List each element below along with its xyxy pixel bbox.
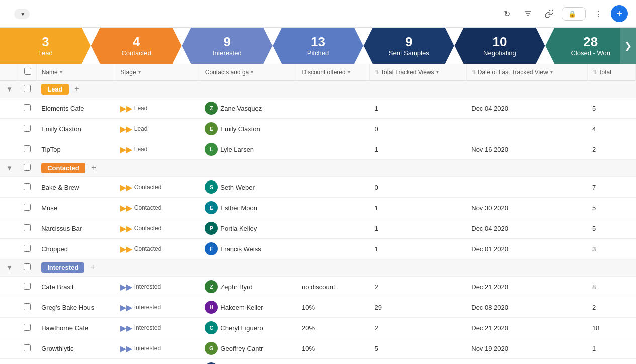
table-row: Greg's Bake Hous ▶▶ Interested H Hakeem … [0,297,636,318]
collapse-button-interested[interactable]: ▼ [5,263,14,272]
col-name-header[interactable]: Name ▾ [36,64,115,81]
select-all-checkbox[interactable] [24,68,31,75]
row-check-cell [19,239,36,259]
row-total-cell: 5 [587,98,635,119]
row-name-cell: Hawthorne Cafe [36,318,115,338]
table-row: Chopped ▶▶ Contacted F Francis Weiss 1 [0,239,636,259]
views-value: 5 [375,345,378,352]
col-discount-header[interactable]: Discount offered ▾ [297,64,370,81]
row-discount-cell: 20% [297,318,370,338]
row-stage-cell: ▶▶ Contacted [115,218,200,239]
row-checkbox[interactable] [24,303,31,310]
row-lastview-cell: Nov 19 2020 [466,338,587,359]
row-checkbox[interactable] [24,245,31,252]
stage-chip: ▶▶ Contacted [120,244,162,254]
col-views-header[interactable]: ⇅ Total Tracked Views ▾ [370,64,467,81]
table-row: Muse ▶▶ Contacted E Esther Moon 1 [0,198,636,218]
group-collapse-cell: ▼ [0,259,19,277]
collapse-button-contacted[interactable]: ▼ [5,163,14,173]
table-body: ▼ Lead + Elements Cafe ▶▶ Lead [0,81,636,365]
pipeline-stage-negotiating[interactable]: 10Negotiating [455,28,546,64]
row-expand-cell [0,239,19,259]
total-value: 4 [592,125,596,133]
row-checkbox[interactable] [24,204,31,211]
avatar: Z [205,102,218,115]
link-icon [545,10,553,18]
more-button[interactable]: ⋮ [590,5,607,22]
stage-chip-label: Contacted [134,225,162,232]
row-checkbox[interactable] [24,283,31,290]
collapse-button-lead[interactable]: ▼ [5,84,14,94]
total-value: 5 [592,105,596,112]
row-stage-cell: ▶▶ Lead [115,119,200,139]
row-discount-cell: 10% [297,297,370,318]
table-header: Name ▾ Stage ▾ Contacts and ga ▾ [0,64,636,81]
group-add-button-lead[interactable]: + [74,84,79,94]
stage-label: Negotiating [483,49,516,57]
row-name: Cafe Brasil [41,283,73,291]
group-label-cell: Contacted + [36,160,635,177]
row-check-cell [19,318,36,338]
link-button[interactable] [540,5,558,22]
row-discount-cell [297,198,370,218]
add-button[interactable]: + [611,5,628,22]
col-stage-header[interactable]: Stage ▾ [115,64,200,81]
table-row: Narcissus Bar ▶▶ Contacted P Portia Kell… [0,218,636,239]
group-check-cell [19,81,36,98]
group-label-lead: Lead [41,84,68,95]
stage-chip-arrow: ▶▶ [120,344,132,353]
pipeline-stage-lead[interactable]: 3Lead [0,28,91,64]
stage-chip-label: Lead [134,146,148,153]
pipeline-stage-pitched[interactable]: 13Pitched [272,28,364,64]
stage-chip-label: Lead [134,105,148,112]
header: ▾ ↻ 🔒 ⋮ + [0,0,636,28]
stage-label: Lead [38,49,53,57]
col-lastview-header[interactable]: ⇅ Date of Last Tracked View ▾ [466,64,587,81]
row-checkbox[interactable] [24,104,31,111]
pipeline-stage-contacted[interactable]: 4Contacted [91,28,182,64]
row-discount-cell [297,218,370,239]
row-checkbox[interactable] [24,224,31,231]
row-contacts-cell: L Lyle Larsen [200,139,297,160]
row-stage-cell: ▶▶ Contacted [115,198,200,218]
row-checkbox[interactable] [24,145,31,152]
group-row-lead: ▼ Lead + [0,81,636,98]
total-value: 18 [592,324,599,332]
row-total-cell: 8 [587,277,635,297]
stage-label: Closed - Won [571,49,610,57]
group-label-cell: Lead + [36,81,635,98]
count-badge[interactable]: ▾ [14,9,30,19]
group-checkbox-interested[interactable] [24,263,31,270]
filter-button[interactable] [519,5,536,22]
row-checkbox[interactable] [24,125,31,132]
discount-value: no discount [302,283,335,291]
row-checkbox[interactable] [24,324,31,331]
col-contacts-header[interactable]: Contacts and ga ▾ [200,64,297,81]
stage-chip-arrow: ▶▶ [120,104,132,113]
stage-chip-label: Interested [134,304,161,311]
row-checkbox[interactable] [24,183,31,190]
private-button[interactable]: 🔒 [562,7,586,21]
group-checkbox-contacted[interactable] [24,164,31,171]
group-checkbox-lead[interactable] [24,85,31,92]
col-total-header[interactable]: ⇅ Total [587,64,635,81]
row-total-cell: 5 [587,218,635,239]
row-stage-cell: ▶▶ Interested [115,297,200,318]
group-add-button-contacted[interactable]: + [91,163,96,172]
views-value: 2 [375,283,378,291]
row-expand-cell [0,119,19,139]
group-add-button-interested[interactable]: + [90,263,95,272]
pipeline-next-button[interactable]: ❯ [620,28,636,64]
row-check-cell [19,338,36,359]
row-checkbox[interactable] [24,344,31,351]
row-stage-cell: ▶▶ Interested [115,338,200,359]
lastview-value: Dec 21 2020 [471,324,508,332]
row-discount-cell [297,239,370,259]
refresh-button[interactable]: ↻ [498,5,515,22]
views-value: 2 [375,324,378,332]
discount-value: 20% [302,324,315,332]
pipeline-stage-interested[interactable]: 9Interested [181,28,272,64]
pipeline-stage-sent[interactable]: 9Sent Samples [364,28,455,64]
table-row: Hawthorne Cafe ▶▶ Interested C Cheryl Fi… [0,318,636,338]
stage-chip-arrow: ▶▶ [120,203,132,213]
